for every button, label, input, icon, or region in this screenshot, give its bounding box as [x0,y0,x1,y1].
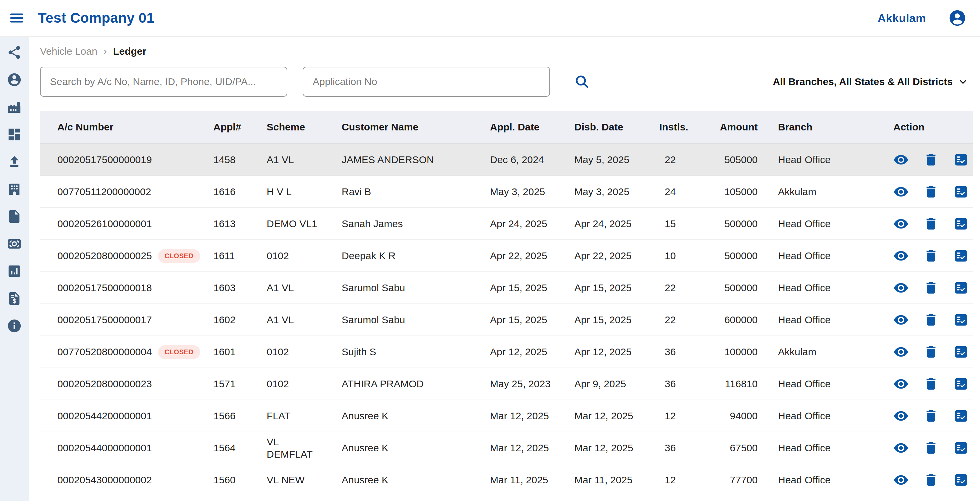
delete-button[interactable] [923,344,939,360]
table-row[interactable]: 00020517500000017 1602 A1 VL Sarumol Sab… [40,304,973,336]
table-row[interactable]: 00020517500000019 1458 A1 VL JAMES ANDER… [40,144,973,176]
account-number: 00020520800000025 [57,250,152,262]
delete-button[interactable] [923,472,939,488]
view-button[interactable] [893,280,908,295]
view-button[interactable] [893,152,908,168]
search-input[interactable] [40,67,287,97]
fact-check-icon [953,472,969,488]
hamburger-menu-button[interactable] [9,10,25,26]
table-row[interactable]: 00020526100000001 1613 DEMO VL1 Sanah Ja… [40,208,973,240]
scheme-cell: VL DEMFLAT [267,436,342,461]
trash-icon [923,440,939,456]
view-button[interactable] [893,216,908,231]
invoice-icon: $ [7,291,22,306]
view-button[interactable] [893,248,908,263]
delete-button[interactable] [923,312,939,327]
table-row[interactable]: 00020520800000025 CLOSED 1611 0102 Deepa… [40,240,973,272]
delete-button[interactable] [923,408,939,424]
col-header-amount: Amount [703,121,758,133]
ledger-button[interactable] [953,184,969,199]
ledger-button[interactable] [953,248,969,263]
sidebar-item-building[interactable] [7,182,22,197]
avatar[interactable] [948,9,967,27]
sidebar-item-bar-chart[interactable] [7,263,22,279]
main-content: Vehicle Loan › Ledger All Branches, All … [29,37,980,501]
breadcrumb-parent[interactable]: Vehicle Loan [40,46,97,57]
sidebar-item-upload[interactable] [7,154,22,169]
account-number-cell: 00020526100000001 [40,218,213,230]
ledger-button[interactable] [953,408,969,424]
customer-name-cell: Sarumol Sabu [342,314,490,325]
delete-button[interactable] [923,216,939,231]
breadcrumb: Vehicle Loan › Ledger [40,44,973,59]
account-number-cell: 00020520800000023 [40,378,213,389]
table-row[interactable]: 00020520800000023 1571 0102 ATHIRA PRAMO… [40,368,973,400]
table-row[interactable]: 00770511200000002 1616 H V L Ravi B May … [40,176,973,208]
customer-name-cell: Sarumol Sabu [342,282,490,294]
application-number-cell: 1603 [213,282,267,294]
delete-button[interactable] [923,440,939,456]
disbursement-date-cell: Apr 9, 2025 [574,378,659,389]
account-number-cell: 00020544200000001 [40,410,213,421]
view-button[interactable] [893,312,908,327]
table-row[interactable]: 00020517500000018 1603 A1 VL Sarumol Sab… [40,272,973,304]
branch-filter-dropdown[interactable]: All Branches, All States & All Districts [773,76,969,88]
view-button[interactable] [893,408,908,424]
table-row[interactable]: 00020544200000001 1566 FLAT Anusree K Ma… [40,400,973,432]
ledger-button[interactable] [953,472,969,488]
eye-icon [893,280,908,295]
sidebar-item-dashboard[interactable] [7,127,22,142]
view-button[interactable] [893,440,908,456]
ledger-button[interactable] [953,312,969,327]
sidebar-item-factory[interactable] [7,99,22,115]
ledger-button[interactable] [953,280,969,295]
view-button[interactable] [893,472,908,488]
trash-icon [923,312,939,327]
eye-icon [893,248,908,263]
closed-badge: CLOSED [158,345,200,359]
application-date-cell: Mar 12, 2025 [490,442,574,454]
delete-button[interactable] [923,184,939,199]
delete-button[interactable] [923,280,939,295]
application-date-cell: Apr 12, 2025 [490,346,574,357]
table-row[interactable]: 00770520800000004 CLOSED 1601 0102 Sujit… [40,336,973,368]
view-button[interactable] [893,344,908,360]
view-button[interactable] [893,184,908,199]
branch-label[interactable]: Akkulam [878,12,926,25]
sidebar-item-money[interactable] [7,236,22,252]
ledger-button[interactable] [953,152,969,168]
sidebar-item-document[interactable] [7,209,22,224]
sidebar-item-invoice[interactable]: $ [7,291,22,306]
hamburger-icon [9,10,25,26]
application-date-cell: Apr 15, 2025 [490,314,574,325]
delete-button[interactable] [923,152,939,168]
search-button[interactable] [574,74,590,90]
application-number-cell: 1601 [213,346,267,357]
table-row[interactable]: 00020544000000001 1564 VL DEMFLAT Anusre… [40,432,973,464]
disbursement-date-cell: May 5, 2025 [574,154,659,166]
person-icon [7,72,22,88]
action-cell [891,472,973,488]
delete-button[interactable] [923,376,939,392]
scheme-cell: H V L [267,185,342,198]
sidebar-item-info[interactable] [7,318,22,333]
fact-check-icon [953,280,969,295]
account-number: 00020526100000001 [57,218,152,230]
branch-cell: Akkulam [758,186,891,198]
action-cell [891,408,973,424]
ledger-button[interactable] [953,440,969,456]
ledger-button[interactable] [953,216,969,231]
ledger-button[interactable] [953,376,969,392]
col-header-ac-number: A/c Number [40,121,213,133]
view-button[interactable] [893,376,908,392]
sidebar-item-person[interactable] [7,72,22,88]
installments-cell: 24 [659,186,703,198]
installments-cell: 36 [659,378,703,389]
delete-button[interactable] [923,248,939,263]
amount-cell: 500000 [703,282,758,294]
ledger-button[interactable] [953,344,969,360]
application-no-input[interactable] [303,67,550,97]
scheme-cell: VL NEW [267,474,342,486]
sidebar-item-share[interactable] [7,45,22,60]
table-row[interactable]: 00020543000000002 1560 VL NEW Anusree K … [40,464,973,496]
